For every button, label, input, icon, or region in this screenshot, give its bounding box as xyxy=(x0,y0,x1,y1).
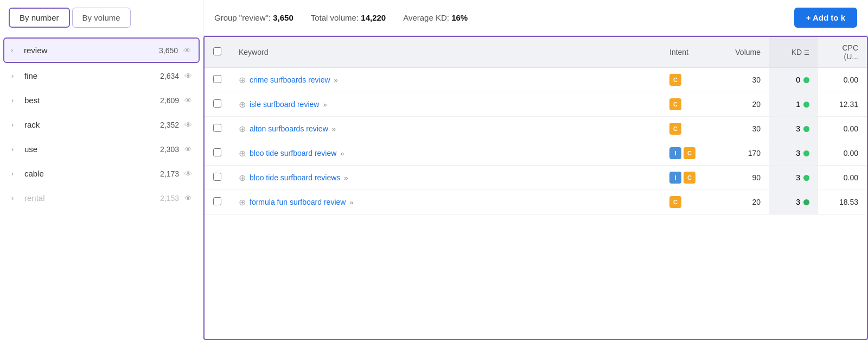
row-checkbox[interactable] xyxy=(213,148,221,156)
add-keyword-icon[interactable]: ⊕ xyxy=(239,197,246,207)
intent-cell: C xyxy=(661,117,720,141)
sidebar-item-label: rack xyxy=(24,120,160,129)
keyword-link[interactable]: isle surfboard review xyxy=(250,100,319,109)
sidebar-item-count: 3,650 xyxy=(159,46,178,55)
sidebar-item-rack[interactable]: › rack 2,352 👁 xyxy=(3,113,200,136)
row-checkbox[interactable] xyxy=(213,197,221,205)
kd-dot xyxy=(803,199,809,205)
eye-icon[interactable]: 👁 xyxy=(184,121,192,129)
group-stat: Group "review": 3,650 xyxy=(214,13,293,22)
volume-cell: 20 xyxy=(720,92,769,117)
sidebar-item-count: 2,634 xyxy=(160,72,179,80)
more-icon[interactable]: » xyxy=(332,125,336,133)
chevron-icon: › xyxy=(11,170,19,178)
keyword-link[interactable]: bloo tide surfboard review xyxy=(250,149,336,158)
header-bar: Group "review": 3,650 Total volume: 14,2… xyxy=(203,0,868,36)
sidebar-item-best[interactable]: › best 2,609 👁 xyxy=(3,89,200,112)
row-checkbox[interactable] xyxy=(213,124,221,132)
add-keyword-icon[interactable]: ⊕ xyxy=(239,148,246,159)
header-cpc: CPC (U... xyxy=(818,37,867,68)
kd-dot xyxy=(803,175,809,181)
cpc-cell: 0.00 xyxy=(818,166,867,190)
row-checkbox-cell xyxy=(205,166,230,190)
kd-cell: 1 xyxy=(769,92,818,117)
keyword-link[interactable]: crime surfboards review xyxy=(250,75,330,84)
eye-icon[interactable]: 👁 xyxy=(184,169,192,178)
row-checkbox-cell xyxy=(205,68,230,92)
eye-icon[interactable]: 👁 xyxy=(184,145,192,154)
kd-stat: Average KD: 16% xyxy=(403,13,468,22)
row-checkbox-cell xyxy=(205,117,230,141)
by-volume-button[interactable]: By volume xyxy=(72,8,131,28)
add-keyword-icon[interactable]: ⊕ xyxy=(239,173,246,183)
header-checkbox-cell xyxy=(205,37,230,68)
kd-cell: 3 xyxy=(769,141,818,166)
sidebar-item-use[interactable]: › use 2,303 👁 xyxy=(3,137,200,161)
more-icon[interactable]: » xyxy=(334,76,338,84)
cpc-cell: 12.31 xyxy=(818,92,867,117)
row-checkbox[interactable] xyxy=(213,99,221,108)
intent-badge-c: C xyxy=(684,172,695,184)
chevron-icon: › xyxy=(11,146,19,153)
sidebar-item-label: cable xyxy=(24,169,160,178)
sidebar-list: › review 3,650 👁 › fine 2,634 👁 › best 2… xyxy=(0,36,203,340)
sidebar-item-count: 2,303 xyxy=(160,145,179,154)
keyword-link[interactable]: formula fun surfboard review xyxy=(250,198,346,206)
table-row: ⊕ alton surfboards review » C 30 3 0.00 xyxy=(205,117,867,141)
intent-badge-i: I xyxy=(669,172,681,184)
add-to-keyword-button[interactable]: + Add to k xyxy=(794,8,857,28)
kd-cell: 3 xyxy=(769,190,818,215)
toggle-bar: By number By volume xyxy=(0,8,203,36)
select-all-checkbox[interactable] xyxy=(213,47,221,55)
eye-icon[interactable]: 👁 xyxy=(184,72,192,80)
eye-icon[interactable]: 👁 xyxy=(183,46,191,55)
row-checkbox-cell xyxy=(205,190,230,215)
kd-dot xyxy=(803,126,809,132)
intent-badge-i: I xyxy=(669,147,681,159)
kd-cell: 3 xyxy=(769,117,818,141)
keyword-cell: ⊕ bloo tide surfboard review » xyxy=(230,141,661,166)
intent-cell: IC xyxy=(661,141,720,166)
keyword-table-wrap: Keyword Intent Volume KD ☰ CPC (U... ⊕ c… xyxy=(203,36,868,340)
sidebar-item-review[interactable]: › review 3,650 👁 xyxy=(3,37,200,63)
header-kd: KD ☰ xyxy=(769,37,818,68)
chevron-icon: › xyxy=(11,72,19,80)
intent-cell: C xyxy=(661,68,720,92)
add-keyword-icon[interactable]: ⊕ xyxy=(239,99,246,110)
volume-cell: 30 xyxy=(720,68,769,92)
kd-cell: 0 xyxy=(769,68,818,92)
sidebar-item-count: 2,153 xyxy=(160,194,179,203)
keyword-cell: ⊕ bloo tide surfboard reviews » xyxy=(230,166,661,190)
keyword-link[interactable]: alton surfboards review xyxy=(250,124,328,133)
more-icon[interactable]: » xyxy=(340,149,344,158)
row-checkbox[interactable] xyxy=(213,173,221,181)
intent-cell: C xyxy=(661,92,720,117)
kd-cell: 3 xyxy=(769,166,818,190)
sidebar-item-label: rental xyxy=(24,193,160,203)
by-number-button[interactable]: By number xyxy=(9,8,70,28)
sidebar-item-cable[interactable]: › cable 2,173 👁 xyxy=(3,162,200,185)
add-keyword-icon[interactable]: ⊕ xyxy=(239,75,246,85)
row-checkbox[interactable] xyxy=(213,75,221,83)
chevron-icon: › xyxy=(11,97,19,104)
table-row: ⊕ crime surfboards review » C 30 0 0.00 xyxy=(205,68,867,92)
more-icon[interactable]: » xyxy=(323,100,327,109)
intent-cell: IC xyxy=(661,166,720,190)
header-volume: Volume xyxy=(720,37,769,68)
header-keyword: Keyword xyxy=(230,37,661,68)
cpc-cell: 0.00 xyxy=(818,68,867,92)
kd-dot xyxy=(803,102,809,108)
eye-icon[interactable]: 👁 xyxy=(184,96,192,105)
add-keyword-icon[interactable]: ⊕ xyxy=(239,124,246,134)
sidebar-item-fine[interactable]: › fine 2,634 👁 xyxy=(3,64,200,87)
more-icon[interactable]: » xyxy=(344,174,348,182)
more-icon[interactable]: » xyxy=(349,198,353,206)
sidebar-item-rental[interactable]: › rental 2,153 👁 xyxy=(3,186,200,210)
sidebar-item-count: 2,609 xyxy=(160,96,179,105)
keyword-cell: ⊕ crime surfboards review » xyxy=(230,68,661,92)
chevron-icon: › xyxy=(11,121,19,129)
eye-icon[interactable]: 👁 xyxy=(184,194,192,203)
cpc-cell: 0.00 xyxy=(818,141,867,166)
intent-badge-c: C xyxy=(669,123,681,135)
keyword-link[interactable]: bloo tide surfboard reviews xyxy=(250,173,340,182)
